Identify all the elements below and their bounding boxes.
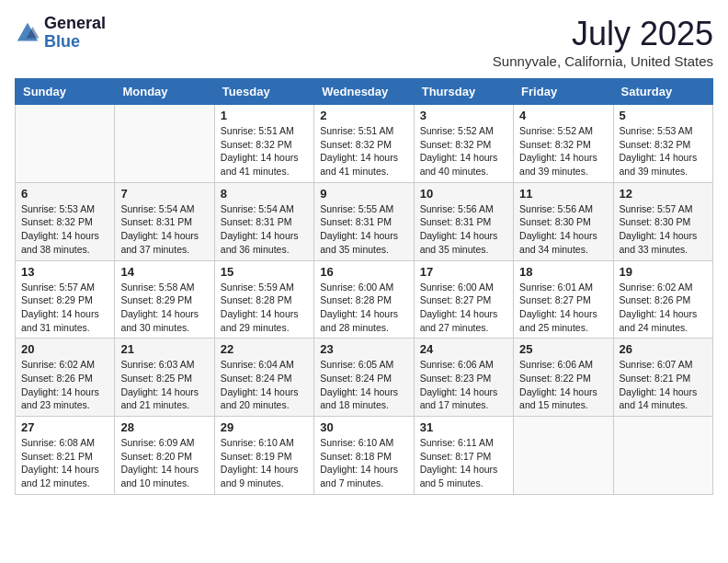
calendar-cell: 17Sunrise: 6:00 AM Sunset: 8:27 PM Dayli…	[414, 260, 513, 339]
day-number: 29	[221, 420, 308, 434]
day-number: 3	[420, 109, 507, 122]
day-info: Sunrise: 6:09 AM Sunset: 8:20 PM Dayligh…	[120, 436, 208, 490]
day-number: 6	[21, 187, 108, 201]
day-number: 17	[420, 265, 507, 279]
day-info: Sunrise: 5:56 AM Sunset: 8:30 PM Dayligh…	[519, 202, 607, 257]
day-info: Sunrise: 6:10 AM Sunset: 8:18 PM Dayligh…	[320, 436, 407, 490]
calendar-cell: 18Sunrise: 6:01 AM Sunset: 8:27 PM Dayli…	[514, 260, 613, 339]
calendar-cell: 10Sunrise: 5:56 AM Sunset: 8:31 PM Dayli…	[414, 182, 513, 260]
week-row-5: 27Sunrise: 6:08 AM Sunset: 8:21 PM Dayli…	[16, 417, 713, 495]
day-info: Sunrise: 5:51 AM Sunset: 8:32 PM Dayligh…	[320, 124, 407, 178]
calendar-cell: 11Sunrise: 5:56 AM Sunset: 8:30 PM Dayli…	[514, 182, 613, 260]
weekday-header-saturday: Saturday	[613, 79, 712, 105]
calendar-cell: 6Sunrise: 5:53 AM Sunset: 8:32 PM Daylig…	[16, 182, 115, 260]
calendar-cell: 20Sunrise: 6:02 AM Sunset: 8:26 PM Dayli…	[16, 339, 115, 417]
weekday-header-wednesday: Wednesday	[314, 79, 414, 105]
day-number: 19	[620, 265, 707, 279]
day-number: 10	[420, 187, 507, 201]
day-info: Sunrise: 6:00 AM Sunset: 8:27 PM Dayligh…	[420, 281, 507, 335]
day-info: Sunrise: 5:55 AM Sunset: 8:31 PM Dayligh…	[320, 202, 407, 257]
day-number: 20	[21, 342, 108, 356]
week-row-1: 1Sunrise: 5:51 AM Sunset: 8:32 PM Daylig…	[16, 105, 713, 183]
calendar-cell: 28Sunrise: 6:09 AM Sunset: 8:20 PM Dayli…	[115, 417, 214, 495]
calendar-cell: 30Sunrise: 6:10 AM Sunset: 8:18 PM Dayli…	[314, 417, 414, 495]
day-number: 26	[620, 342, 707, 356]
calendar-table: SundayMondayTuesdayWednesdayThursdayFrid…	[15, 78, 713, 495]
calendar-cell: 22Sunrise: 6:04 AM Sunset: 8:24 PM Dayli…	[214, 339, 313, 417]
day-info: Sunrise: 6:04 AM Sunset: 8:24 PM Dayligh…	[221, 358, 308, 412]
day-info: Sunrise: 5:58 AM Sunset: 8:29 PM Dayligh…	[120, 281, 208, 335]
day-info: Sunrise: 5:54 AM Sunset: 8:31 PM Dayligh…	[120, 202, 208, 257]
calendar-cell: 21Sunrise: 6:03 AM Sunset: 8:25 PM Dayli…	[115, 339, 214, 417]
day-info: Sunrise: 5:52 AM Sunset: 8:32 PM Dayligh…	[519, 124, 607, 178]
day-info: Sunrise: 6:05 AM Sunset: 8:24 PM Dayligh…	[320, 358, 407, 412]
calendar-cell: 16Sunrise: 6:00 AM Sunset: 8:28 PM Dayli…	[314, 260, 414, 339]
calendar-cell: 9Sunrise: 5:55 AM Sunset: 8:31 PM Daylig…	[314, 182, 414, 260]
logo-blue-text: Blue	[44, 33, 106, 52]
calendar-cell	[115, 105, 214, 183]
day-number: 30	[320, 420, 407, 434]
day-info: Sunrise: 5:51 AM Sunset: 8:32 PM Dayligh…	[221, 124, 308, 178]
calendar-cell	[514, 417, 613, 495]
calendar-cell: 12Sunrise: 5:57 AM Sunset: 8:30 PM Dayli…	[613, 182, 712, 260]
calendar-cell: 25Sunrise: 6:06 AM Sunset: 8:22 PM Dayli…	[514, 339, 613, 417]
calendar-cell: 26Sunrise: 6:07 AM Sunset: 8:21 PM Dayli…	[613, 339, 712, 417]
day-number: 21	[120, 342, 208, 356]
day-info: Sunrise: 5:56 AM Sunset: 8:31 PM Dayligh…	[420, 202, 507, 257]
day-info: Sunrise: 6:03 AM Sunset: 8:25 PM Dayligh…	[120, 358, 208, 412]
week-row-2: 6Sunrise: 5:53 AM Sunset: 8:32 PM Daylig…	[16, 182, 713, 260]
weekday-header-sunday: Sunday	[16, 79, 115, 105]
day-number: 18	[519, 265, 607, 279]
calendar-cell: 13Sunrise: 5:57 AM Sunset: 8:29 PM Dayli…	[16, 260, 115, 339]
logo-text: General Blue	[44, 15, 106, 52]
day-info: Sunrise: 5:53 AM Sunset: 8:32 PM Dayligh…	[21, 202, 108, 257]
day-number: 11	[519, 187, 607, 201]
day-info: Sunrise: 6:02 AM Sunset: 8:26 PM Dayligh…	[21, 358, 108, 412]
week-row-4: 20Sunrise: 6:02 AM Sunset: 8:26 PM Dayli…	[16, 339, 713, 417]
day-number: 7	[120, 187, 208, 201]
day-info: Sunrise: 6:07 AM Sunset: 8:21 PM Dayligh…	[620, 358, 707, 412]
day-number: 22	[221, 342, 308, 356]
day-number: 28	[120, 420, 208, 434]
calendar-cell	[16, 105, 115, 183]
day-info: Sunrise: 6:00 AM Sunset: 8:28 PM Dayligh…	[320, 281, 407, 335]
day-info: Sunrise: 5:52 AM Sunset: 8:32 PM Dayligh…	[420, 124, 507, 178]
day-info: Sunrise: 5:59 AM Sunset: 8:28 PM Dayligh…	[221, 281, 308, 335]
calendar-cell: 3Sunrise: 5:52 AM Sunset: 8:32 PM Daylig…	[414, 105, 513, 183]
day-number: 1	[221, 109, 308, 122]
calendar-cell: 19Sunrise: 6:02 AM Sunset: 8:26 PM Dayli…	[613, 260, 712, 339]
logo-general-text: General	[44, 15, 106, 33]
day-info: Sunrise: 5:53 AM Sunset: 8:32 PM Dayligh…	[620, 124, 707, 178]
calendar-cell: 2Sunrise: 5:51 AM Sunset: 8:32 PM Daylig…	[314, 105, 414, 183]
calendar-cell	[613, 417, 712, 495]
title-block: July 2025 Sunnyvale, California, United …	[493, 15, 713, 69]
day-number: 27	[21, 420, 108, 434]
day-info: Sunrise: 5:57 AM Sunset: 8:30 PM Dayligh…	[620, 202, 707, 257]
day-number: 14	[120, 265, 208, 279]
day-number: 23	[320, 342, 407, 356]
calendar-cell: 8Sunrise: 5:54 AM Sunset: 8:31 PM Daylig…	[214, 182, 313, 260]
calendar-cell: 29Sunrise: 6:10 AM Sunset: 8:19 PM Dayli…	[214, 417, 313, 495]
logo-icon	[15, 20, 40, 46]
day-info: Sunrise: 6:08 AM Sunset: 8:21 PM Dayligh…	[21, 436, 108, 490]
calendar-cell: 23Sunrise: 6:05 AM Sunset: 8:24 PM Dayli…	[314, 339, 414, 417]
day-number: 4	[519, 109, 607, 122]
calendar-cell: 4Sunrise: 5:52 AM Sunset: 8:32 PM Daylig…	[514, 105, 613, 183]
calendar-cell: 31Sunrise: 6:11 AM Sunset: 8:17 PM Dayli…	[414, 417, 513, 495]
location-title: Sunnyvale, California, United States	[493, 53, 713, 69]
day-info: Sunrise: 6:06 AM Sunset: 8:23 PM Dayligh…	[420, 358, 507, 412]
calendar-cell: 14Sunrise: 5:58 AM Sunset: 8:29 PM Dayli…	[115, 260, 214, 339]
weekday-header-tuesday: Tuesday	[214, 79, 313, 105]
logo: General Blue	[15, 15, 106, 52]
weekday-header-friday: Friday	[514, 79, 613, 105]
day-number: 9	[320, 187, 407, 201]
day-info: Sunrise: 6:10 AM Sunset: 8:19 PM Dayligh…	[221, 436, 308, 490]
day-number: 5	[620, 109, 707, 122]
day-info: Sunrise: 5:57 AM Sunset: 8:29 PM Dayligh…	[21, 281, 108, 335]
weekday-header-monday: Monday	[115, 79, 214, 105]
day-number: 2	[320, 109, 407, 122]
day-number: 16	[320, 265, 407, 279]
day-number: 13	[21, 265, 108, 279]
day-info: Sunrise: 6:01 AM Sunset: 8:27 PM Dayligh…	[519, 281, 607, 335]
day-number: 25	[519, 342, 607, 356]
